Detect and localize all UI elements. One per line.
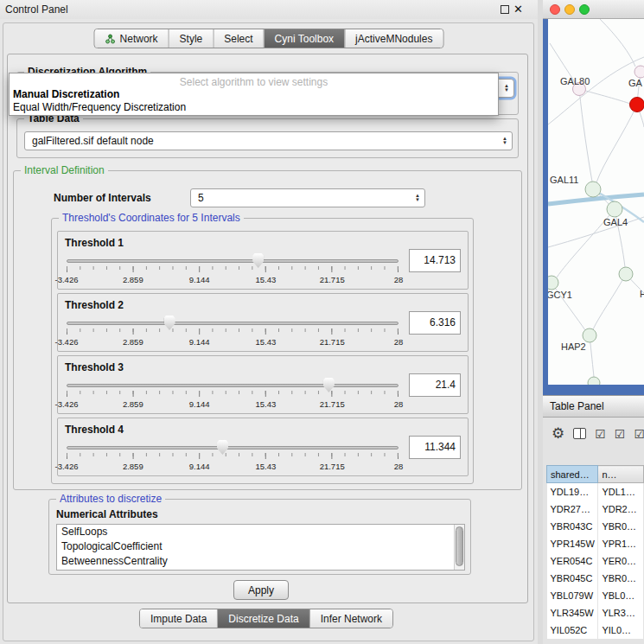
- table-data-select[interactable]: galFiltered.sif default node ▲▼: [24, 131, 513, 150]
- table-row[interactable]: YER054CYER0…: [547, 552, 644, 570]
- scale-tick-label: -3.426: [55, 337, 79, 347]
- threshold-value-field[interactable]: 14.713: [409, 249, 461, 272]
- scale-tick-label: 21.715: [320, 399, 345, 409]
- tab-jactivemnodules[interactable]: jActiveMNodules: [344, 29, 443, 48]
- network-node[interactable]: [585, 182, 601, 197]
- column-layout-icon[interactable]: [573, 428, 586, 439]
- checkbox-icon-partial[interactable]: ☑: [634, 427, 644, 441]
- control-panel-title: Control Panel: [5, 3, 68, 16]
- float-window-icon[interactable]: [501, 5, 509, 14]
- scale-tick-label: 21.715: [320, 337, 345, 347]
- column-header-shared-name[interactable]: shared…: [547, 466, 598, 483]
- thresholds-group-title: Threshold's Coordinates for 5 Intervals: [59, 212, 244, 224]
- scale-tick-label: 28: [394, 399, 404, 409]
- table-cell[interactable]: YER0…: [598, 552, 644, 570]
- dropdown-option-equal-width[interactable]: Equal Width/Frequency Discretization: [10, 101, 498, 114]
- table-cell[interactable]: YBR045C: [547, 570, 598, 587]
- number-of-intervals-select[interactable]: 5 ▲▼: [190, 188, 425, 207]
- network-node[interactable]: [588, 377, 600, 385]
- scale-tick-label: 15.43: [256, 462, 277, 471]
- table-row[interactable]: YBR043CYBR0…: [547, 518, 644, 535]
- list-item[interactable]: TopologicalCoefficient: [57, 539, 464, 554]
- node-table-body: YDL19…YDL1…YDR27…YDR2…YBR043CYBR0…YPR145…: [547, 483, 644, 639]
- threshold-scale-labels: -3.4262.8599.14415.4321.71528: [67, 275, 399, 285]
- scale-tick-label: 28: [394, 275, 404, 284]
- numerical-attributes-label: Numerical Attributes: [56, 508, 158, 520]
- slider-track[interactable]: [67, 384, 399, 387]
- network-node[interactable]: [634, 66, 644, 78]
- tab-cyni-toolbox[interactable]: Cyni Toolbox: [264, 29, 344, 48]
- interval-group-title: Interval Definition: [21, 164, 108, 176]
- checkbox-icon[interactable]: ☑: [595, 427, 606, 441]
- tab-network[interactable]: Network: [95, 29, 169, 48]
- threshold-value-field[interactable]: 6.316: [409, 311, 461, 335]
- table-cell[interactable]: YDR2…: [598, 501, 644, 518]
- network-node[interactable]: [607, 201, 622, 217]
- minimize-traffic-light-icon[interactable]: [564, 4, 575, 15]
- table-row[interactable]: YIL052CYIL0…: [547, 622, 644, 639]
- threshold-slider[interactable]: -3.4262.8599.14415.4321.71528: [67, 315, 399, 349]
- table-cell[interactable]: YBR043C: [547, 518, 598, 535]
- network-node[interactable]: [630, 98, 644, 112]
- settings-gear-icon[interactable]: ⚙: [552, 424, 564, 443]
- zoom-traffic-light-icon[interactable]: [579, 4, 590, 15]
- table-cell[interactable]: YPR1…: [598, 535, 644, 552]
- screen: Control Panel ✕ Network Style Select Cyn…: [0, 0, 644, 644]
- tab-infer-network[interactable]: Infer Network: [309, 609, 392, 628]
- table-row[interactable]: YPR145WYPR1…: [547, 535, 644, 552]
- table-cell[interactable]: YDR27…: [547, 501, 598, 518]
- slider-minor-ticks: [67, 391, 399, 394]
- table-row[interactable]: YBR045CYBR0…: [547, 570, 644, 587]
- cyni-toolbox-panel: Discretization Algorithm ▲▼ Table Data g…: [7, 54, 528, 603]
- threshold-value-field[interactable]: 21.4: [409, 373, 461, 397]
- tab-select[interactable]: Select: [213, 29, 263, 48]
- table-cell[interactable]: YBL079W: [547, 587, 598, 604]
- list-item[interactable]: SelfLoops: [57, 525, 464, 539]
- table-row[interactable]: YDL19…YDL1…: [547, 483, 644, 501]
- threshold-value-field[interactable]: 11.344: [409, 436, 461, 459]
- slider-track[interactable]: [67, 259, 399, 263]
- slider-track[interactable]: [67, 446, 399, 450]
- table-cell[interactable]: YBR0…: [598, 570, 644, 587]
- table-cell[interactable]: YLR3…: [598, 604, 644, 622]
- tab-label: Cyni Toolbox: [275, 33, 334, 45]
- network-node[interactable]: [548, 276, 558, 290]
- slider-track[interactable]: [67, 322, 399, 325]
- numerical-attributes-list[interactable]: SelfLoops TopologicalCoefficient Between…: [56, 524, 465, 571]
- network-node[interactable]: [619, 267, 633, 281]
- tab-discretize-data[interactable]: Discretize Data: [217, 609, 309, 628]
- checkbox-icon[interactable]: ☑: [615, 427, 626, 441]
- close-traffic-light-icon[interactable]: [550, 4, 560, 15]
- table-cell[interactable]: YDL1…: [598, 483, 644, 501]
- apply-button[interactable]: Apply: [233, 580, 289, 600]
- dropdown-option-manual-discretization[interactable]: Manual Discretization: [10, 88, 498, 101]
- table-cell[interactable]: YDL19…: [547, 483, 598, 501]
- node-attribute-table: shared… n… YDL19…YDL1…YDR27…YDR2…YBR043C…: [546, 465, 644, 639]
- table-row[interactable]: YLR345WYLR3…: [547, 604, 644, 622]
- table-cell[interactable]: YBR0…: [598, 518, 644, 535]
- threshold-slider[interactable]: -3.4262.8599.14415.4321.71528: [67, 439, 399, 474]
- list-scrollbar[interactable]: [454, 525, 464, 570]
- table-cell[interactable]: YER054C: [547, 552, 598, 570]
- table-cell[interactable]: YIL052C: [547, 622, 598, 639]
- network-node[interactable]: [583, 328, 596, 342]
- table-cell[interactable]: YBL0…: [598, 587, 644, 604]
- threshold-scale-labels: -3.4262.8599.14415.4321.71528: [67, 337, 399, 348]
- network-canvas[interactable]: GAL80GAGAL11GAL4GCY1HHAP2: [548, 19, 644, 385]
- threshold-slider[interactable]: -3.4262.8599.14415.4321.71528: [67, 252, 399, 287]
- scrollbar-thumb[interactable]: [456, 526, 463, 566]
- table-data-group: Table Data galFiltered.sif default node …: [16, 118, 519, 158]
- table-row[interactable]: YBL079WYBL0…: [547, 587, 644, 604]
- table-cell[interactable]: YLR345W: [547, 604, 598, 622]
- threshold-slider[interactable]: -3.4262.8599.14415.4321.71528: [67, 377, 399, 411]
- control-panel-tabbar: Network Style Select Cyni Toolbox jActiv…: [94, 29, 444, 48]
- tab-impute-data[interactable]: Impute Data: [140, 609, 217, 628]
- algorithm-dropdown-popup: Select algorithm to view settings Manual…: [9, 73, 499, 116]
- table-cell[interactable]: YIL0…: [598, 622, 644, 639]
- tab-style[interactable]: Style: [169, 29, 214, 48]
- table-row[interactable]: YDR27…YDR2…: [547, 501, 644, 518]
- list-item[interactable]: BetweennessCentrality: [57, 554, 464, 569]
- column-header-name[interactable]: n…: [598, 466, 644, 483]
- table-cell[interactable]: YPR145W: [547, 535, 598, 552]
- close-panel-icon[interactable]: ✕: [513, 3, 523, 16]
